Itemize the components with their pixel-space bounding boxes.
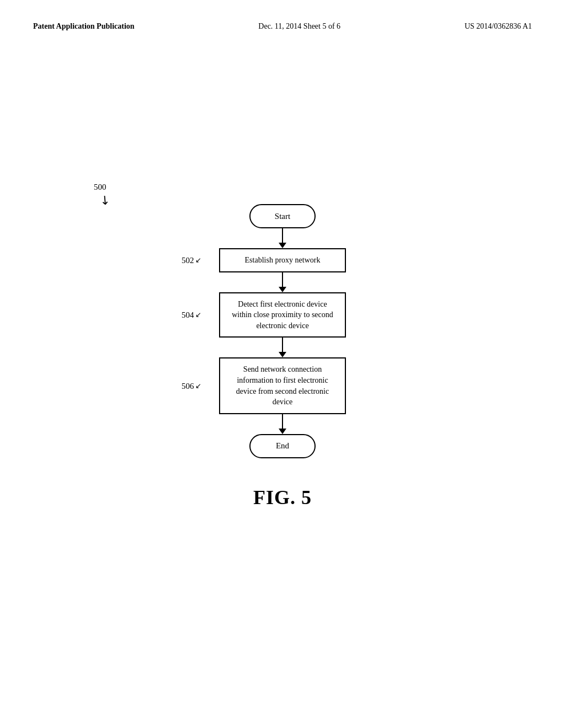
figure-arrow: ↙ [97,191,114,208]
step-506-label: 506↙ [182,380,201,392]
step-504-label: 504↙ [182,309,201,320]
figure-label: FIG. 5 [253,486,312,509]
header-right: US 2014/0362836 A1 [465,22,532,31]
header-left: Patent Application Publication [33,22,135,31]
flowchart: Start 502↙ Establish proxy network 504↙ … [219,204,346,509]
page-header: Patent Application Publication Dec. 11, … [0,0,565,31]
step-502-box: 502↙ Establish proxy network [219,248,346,272]
end-node: End [249,434,316,458]
step-504-row: 504↙ Detect first electronic device with… [219,292,346,338]
step-506-box: 506↙ Send network connection information… [219,357,346,414]
arrow-1 [279,228,286,248]
step-502-label: 502↙ [182,254,201,266]
step-504-box: 504↙ Detect first electronic device with… [219,292,346,338]
arrow-2 [279,272,286,292]
step-506-row: 506↙ Send network connection information… [219,357,346,414]
figure-number: 500 ↙ [94,182,110,207]
start-node: Start [249,204,316,228]
arrow-3 [279,338,286,357]
header-center: Dec. 11, 2014 Sheet 5 of 6 [258,22,340,31]
arrow-4 [279,414,286,434]
step-502-row: 502↙ Establish proxy network [219,248,346,272]
